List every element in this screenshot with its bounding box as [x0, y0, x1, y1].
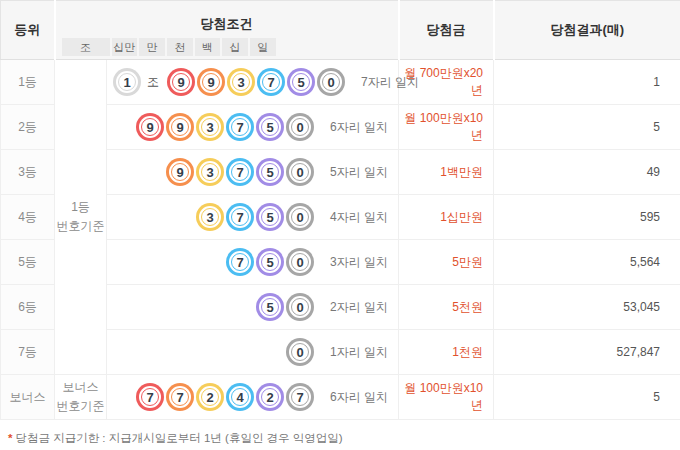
digit-label-2: 만 — [139, 38, 165, 56]
ball-number: 7 — [226, 203, 254, 231]
lotto-ball-man: 9 — [166, 158, 194, 186]
ball-number: 3 — [196, 203, 224, 231]
digit-label-bar: 조십만만천백십일 — [62, 38, 276, 56]
lotto-ball-cheon: 2 — [196, 383, 224, 411]
result-cell: 595 — [494, 195, 680, 240]
ball-number: 7 — [257, 68, 285, 96]
match-condition-text: 2자리 일치 — [324, 299, 388, 316]
lotto-ball-sib: 5 — [256, 113, 284, 141]
lotto-ball-il: 0 — [286, 158, 314, 186]
prize-cell: 1십만원 — [399, 195, 494, 240]
condition-cell: 1조9937507자리 일치 — [107, 60, 399, 105]
lotto-ball-baek: 7 — [226, 203, 254, 231]
ball-number: 7 — [286, 383, 314, 411]
match-condition-text: 4자리 일치 — [324, 209, 388, 226]
ball-number: 7 — [136, 383, 164, 411]
ball-number: 1 — [113, 68, 141, 96]
match-condition-text: 3자리 일치 — [324, 254, 388, 271]
result-cell: 527,847 — [494, 330, 680, 375]
ball-number: 0 — [286, 203, 314, 231]
ball-number: 5 — [256, 203, 284, 231]
lotto-ball-sib: 2 — [256, 383, 284, 411]
prize-cell: 5만원 — [399, 240, 494, 285]
condition-cell: 7503자리 일치 — [107, 240, 399, 285]
footnote-text: 당첨금 지급기한 : 지급개시일로부터 1년 (휴일인 경우 익영업일) — [15, 432, 342, 444]
rank-cell: 5등 — [1, 240, 55, 285]
lotto-ball-baek: 7 — [226, 113, 254, 141]
rank-cell: 2등 — [1, 105, 55, 150]
group-cell-bonus-line1: 보너스 — [55, 378, 106, 397]
result-cell: 49 — [494, 150, 680, 195]
ball-number: 0 — [286, 158, 314, 186]
ball-number: 0 — [317, 68, 345, 96]
header-prize: 당첨금 — [399, 1, 494, 60]
prize-cell: 1백만원 — [399, 150, 494, 195]
result-cell: 1 — [494, 60, 680, 105]
lotto-ball-cheon: 3 — [196, 113, 224, 141]
ball-number: 5 — [256, 158, 284, 186]
group-cell-bonus: 보너스번호기준 — [55, 375, 107, 420]
condition-cell: 502자리 일치 — [107, 285, 399, 330]
group-cell-main-line1: 1등 — [55, 198, 106, 217]
lotto-ball-cheon: 3 — [196, 203, 224, 231]
condition-cell: 01자리 일치 — [107, 330, 399, 375]
prize-cell: 월 100만원x10년 — [399, 105, 494, 150]
digit-label-0: 조 — [62, 38, 110, 56]
header-condition-title: 당첨조건 — [56, 1, 398, 33]
prize-cell: 월 100만원x10년 — [399, 375, 494, 420]
table-row: 보너스보너스번호기준7724276자리 일치월 100만원x10년5 — [1, 375, 680, 420]
digit-label-1: 십만 — [112, 38, 138, 56]
header-rank: 등위 — [1, 1, 55, 60]
ball-group: 993750 — [136, 113, 314, 141]
ball-number: 0 — [286, 113, 314, 141]
prize-table-body: 1등1등번호기준1조9937507자리 일치월 700만원x20년12등9937… — [1, 60, 680, 420]
ball-number: 0 — [286, 338, 314, 366]
lotto-ball-il: 7 — [286, 383, 314, 411]
lotto-ball-cheon: 3 — [227, 68, 255, 96]
ball-number: 9 — [166, 158, 194, 186]
ball-group: 3750 — [196, 203, 314, 231]
result-cell: 5 — [494, 375, 680, 420]
digit-label-5: 십 — [222, 38, 248, 56]
ball-number: 5 — [287, 68, 315, 96]
result-cell: 5,564 — [494, 240, 680, 285]
ball-number: 4 — [226, 383, 254, 411]
lotto-ball-cheon: 3 — [196, 158, 224, 186]
rank-cell: 4등 — [1, 195, 55, 240]
lotto-ball-sib: 5 — [256, 203, 284, 231]
group-cell-bonus-line2: 번호기준 — [55, 397, 106, 416]
digit-label-4: 백 — [195, 38, 221, 56]
lotto-ball-baek: 7 — [226, 248, 254, 276]
footnote-asterisk: * — [8, 432, 12, 444]
ball-group: 0 — [286, 338, 314, 366]
lotto-ball-sibman: 7 — [136, 383, 164, 411]
lotto-ball-il: 0 — [286, 113, 314, 141]
condition-cell: 9937506자리 일치 — [107, 105, 399, 150]
ball-number: 9 — [166, 113, 194, 141]
ball-number: 3 — [196, 113, 224, 141]
digit-label-6: 일 — [250, 38, 276, 56]
ball-number: 2 — [256, 383, 284, 411]
match-condition-text: 1자리 일치 — [324, 344, 388, 361]
ball-group: 93750 — [166, 158, 314, 186]
jo-unit-label: 조 — [147, 74, 159, 91]
header-row: 등위 당첨조건 조십만만천백십일 당첨금 당첨결과(매) — [1, 1, 680, 60]
ball-number: 7 — [226, 248, 254, 276]
condition-cell: 937505자리 일치 — [107, 150, 399, 195]
condition-cell: 7724276자리 일치 — [107, 375, 399, 420]
header-result: 당첨결과(매) — [494, 1, 680, 60]
ball-number: 7 — [166, 383, 194, 411]
rank-cell: 6등 — [1, 285, 55, 330]
ball-number: 5 — [256, 113, 284, 141]
rank-cell: 1등 — [1, 60, 55, 105]
ball-number: 3 — [196, 158, 224, 186]
lotto-ball-baek: 4 — [226, 383, 254, 411]
ball-number: 5 — [256, 293, 284, 321]
prize-cell: 5천원 — [399, 285, 494, 330]
ball-number: 7 — [226, 158, 254, 186]
rank-cell: 보너스 — [1, 375, 55, 420]
lotto-ball-sib: 5 — [256, 293, 284, 321]
ball-number: 2 — [196, 383, 224, 411]
match-condition-text: 6자리 일치 — [324, 389, 388, 406]
lotto-ball-man: 9 — [197, 68, 225, 96]
